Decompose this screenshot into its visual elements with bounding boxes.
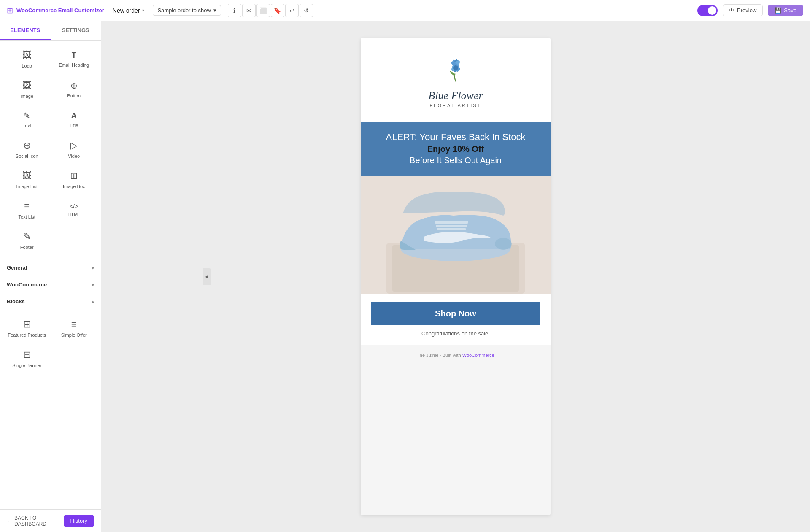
- element-email-heading[interactable]: T Email Heading: [51, 44, 98, 74]
- title-element-label: Title: [70, 123, 78, 128]
- featured-products-icon: ⊞: [23, 319, 31, 330]
- top-bar: ⊞ WooCommerce Email Customizer New order…: [0, 0, 810, 21]
- brand-name-wrap: Blue Flower: [428, 89, 483, 102]
- info-icon-btn[interactable]: ℹ: [228, 4, 241, 17]
- preview-label: Preview: [737, 7, 756, 14]
- email-preview: Blue Flower FLORAL ARTIST ALERT: Your Fa…: [361, 38, 551, 515]
- single-banner-icon: ⊟: [23, 349, 31, 360]
- sidebar-bottom: ← BACK TO DASHBOARD History: [0, 509, 101, 532]
- sidebar-tabs: ELEMENTS SETTINGS: [0, 21, 101, 41]
- element-video[interactable]: ▷ Video: [51, 134, 98, 165]
- svg-point-12: [495, 238, 512, 250]
- simple-offer-icon: ≡: [71, 319, 77, 330]
- element-image[interactable]: 🖼 Image: [3, 74, 51, 105]
- single-banner-label: Single Banner: [12, 363, 41, 368]
- element-social-icon[interactable]: ⊕ Social Icon: [3, 134, 51, 165]
- element-button[interactable]: ⊕ Button: [51, 74, 98, 105]
- toggle-wrap: [697, 5, 718, 16]
- preview-button[interactable]: 👁 Preview: [723, 4, 763, 16]
- brand-name: Blue Flower: [428, 89, 483, 102]
- element-image-box[interactable]: ⊞ Image Box: [51, 165, 98, 195]
- tab-elements[interactable]: ELEMENTS: [0, 21, 51, 40]
- woocommerce-chevron-icon: ▾: [92, 282, 94, 288]
- textlist-element-icon: ≡: [24, 201, 30, 212]
- redo-icon-btn[interactable]: ↺: [300, 4, 313, 17]
- html-element-label: HTML: [68, 212, 80, 217]
- text-element-icon: ✎: [23, 111, 30, 121]
- element-footer[interactable]: ✎ Footer: [3, 225, 51, 256]
- button-element-icon: ⊕: [70, 81, 78, 91]
- sample-order-arrow: ▾: [213, 7, 216, 14]
- block-single-banner[interactable]: ⊟ Single Banner: [3, 343, 51, 374]
- email-footer: The Ju:nie · Built with WooCommerce: [361, 345, 551, 365]
- video-element-label: Video: [68, 154, 80, 159]
- back-to-dashboard-link[interactable]: ← BACK TO DASHBOARD: [7, 515, 64, 527]
- element-image-list[interactable]: 🖼 Image List: [3, 165, 51, 195]
- imagebox-element-label: Image Box: [63, 184, 85, 189]
- template-dropdown-trigger[interactable]: New order ▾: [109, 5, 148, 16]
- toolbar-icons: ℹ ✉ ⬜ 🔖 ↩ ↺: [228, 4, 313, 17]
- sample-order-dropdown[interactable]: Sample order to show ▾: [153, 5, 221, 16]
- block-featured-products[interactable]: ⊞ Featured Products: [3, 313, 51, 343]
- general-chevron-icon: ▾: [92, 265, 94, 271]
- sample-order-label: Sample order to show: [157, 7, 211, 14]
- featured-products-label: Featured Products: [8, 332, 46, 338]
- history-button[interactable]: History: [64, 515, 94, 527]
- footer-element-icon: ✎: [23, 231, 31, 242]
- element-html[interactable]: </> HTML: [51, 195, 98, 225]
- element-text[interactable]: ✎ Text: [3, 105, 51, 134]
- element-logo[interactable]: 🖼 Logo: [3, 44, 51, 74]
- heading-element-label: Email Heading: [59, 62, 89, 68]
- blocks-grid: ⊞ Featured Products ≡ Simple Offer ⊟ Sin…: [0, 310, 101, 377]
- social-element-icon: ⊕: [23, 140, 31, 151]
- grid-icon: ⊞: [7, 6, 13, 15]
- footer-link-label: WooCommerce: [462, 353, 494, 358]
- email-logo-section: Blue Flower FLORAL ARTIST: [361, 38, 551, 122]
- tab-settings[interactable]: SETTINGS: [51, 21, 101, 40]
- button-element-label: Button: [67, 93, 81, 98]
- footer-element-label: Footer: [20, 245, 34, 250]
- footer-woocommerce-link[interactable]: WooCommerce: [462, 353, 494, 358]
- woocommerce-section: WooCommerce ▾: [0, 276, 101, 293]
- imagebox-element-icon: ⊞: [70, 170, 78, 181]
- woocommerce-section-header[interactable]: WooCommerce ▾: [0, 276, 101, 293]
- email-icon-btn[interactable]: ✉: [242, 4, 256, 17]
- save-button[interactable]: 💾 Save: [768, 5, 803, 16]
- dropdown-arrow-icon: ▾: [142, 8, 144, 13]
- logo-element-label: Logo: [22, 63, 32, 68]
- alert-body: Before It Sells Out Again: [371, 156, 540, 165]
- woocommerce-section-label: WooCommerce: [7, 281, 47, 288]
- preview-toggle[interactable]: [697, 5, 718, 16]
- blocks-section-header[interactable]: Blocks ▴: [0, 293, 101, 310]
- blocks-section: Blocks ▴ ⊞ Featured Products ≡ Simple Of…: [0, 293, 101, 377]
- element-title[interactable]: A Title: [51, 105, 98, 134]
- app-title-area: ⊞ WooCommerce Email Customizer: [7, 6, 104, 15]
- shop-now-button[interactable]: Shop Now: [371, 302, 540, 325]
- undo-icon-btn[interactable]: ↩: [285, 4, 299, 17]
- sidebar: ELEMENTS SETTINGS 🖼 Logo T Email Heading…: [0, 21, 101, 532]
- eye-icon: 👁: [729, 7, 734, 14]
- elements-grid: 🖼 Logo T Email Heading 🖼 Image ⊕ Button …: [0, 41, 101, 259]
- alert-banner: ALERT: Your Faves Back In Stock Enjoy 10…: [361, 122, 551, 176]
- bookmark-icon-btn[interactable]: 🔖: [271, 4, 284, 17]
- save-label: Save: [784, 7, 796, 14]
- arrow-left-icon: ←: [7, 518, 12, 524]
- general-section-header[interactable]: General ▾: [0, 259, 101, 276]
- product-image-section: [361, 176, 551, 294]
- sneaker-image: [361, 176, 551, 294]
- footer-text-content: The Ju:nie · Built with: [417, 353, 461, 358]
- html-element-icon: </>: [70, 203, 78, 210]
- collapse-panel-button[interactable]: ◀: [202, 268, 211, 285]
- page-icon-btn[interactable]: ⬜: [256, 4, 270, 17]
- imagelist-element-label: Image List: [16, 184, 38, 189]
- simple-offer-label: Simple Offer: [61, 332, 87, 338]
- text-element-label: Text: [23, 123, 31, 128]
- brand-logo: Blue Flower FLORAL ARTIST: [428, 51, 483, 108]
- canvas-wrapper: ◀ Cancelled order Failed order Order on-…: [101, 21, 810, 532]
- svg-rect-10: [436, 225, 467, 227]
- app-title-text: WooCommerce Email Customizer: [16, 7, 104, 14]
- video-element-icon: ▷: [70, 140, 78, 151]
- flower-svg: [437, 51, 475, 89]
- block-simple-offer[interactable]: ≡ Simple Offer: [51, 313, 98, 343]
- element-text-list[interactable]: ≡ Text List: [3, 195, 51, 225]
